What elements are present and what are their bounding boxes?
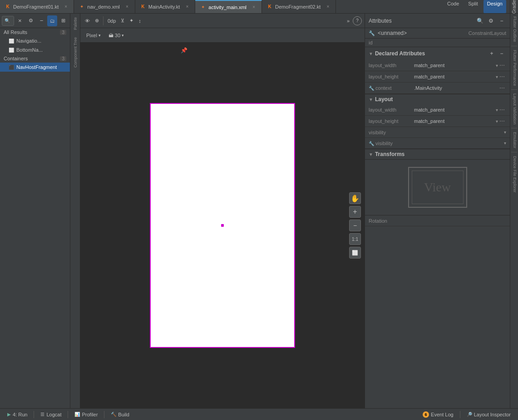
search-filter-btn[interactable]: 🗂 (47, 15, 57, 26)
tab-activity-main[interactable]: ✦ activity_main.xml × (195, 0, 262, 13)
magnet-btn[interactable]: ⊕ (93, 15, 101, 26)
eye-btn[interactable]: 👁 (83, 15, 92, 26)
layout-section-header[interactable]: ▼ Layout (365, 94, 510, 104)
margin-btn[interactable]: 0dp (106, 15, 118, 26)
attr-search-btn[interactable]: 🔍 (475, 16, 484, 25)
more-icon[interactable]: ⋯ (498, 106, 506, 114)
tab-demofragment02[interactable]: K DemoFragment02.kt × (262, 0, 336, 13)
attr-minimize-btn[interactable]: − (497, 16, 506, 25)
attr-dropdown[interactable]: ▾ (414, 141, 506, 146)
tab-label: DemoFragment02.kt (275, 4, 321, 10)
pixel-label: Pixel (86, 33, 97, 38)
section-icons: + − (487, 49, 506, 58)
result-group-containers[interactable]: Containers 3 (0, 54, 70, 63)
layout-preview[interactable] (150, 103, 295, 348)
zoom-in-btn[interactable]: + (349, 206, 361, 218)
tab-close-btn[interactable]: × (325, 4, 331, 10)
gradle-side[interactable]: Gradle (510, 0, 518, 13)
attr-row-layout-width-declared[interactable]: layout_width match_parent ▾ ⋯ (365, 60, 510, 71)
zoom-out-btn[interactable]: − (349, 220, 361, 231)
flutter-performance-label[interactable]: Flutter Performance (510, 47, 518, 89)
layout-inspector-btn[interactable]: 🔎 Layout Inspector (463, 410, 514, 420)
search-clear-btn[interactable]: × (15, 15, 25, 26)
pan-tool-btn[interactable]: ✋ (349, 192, 361, 204)
result-group-all[interactable]: All Results 3 (0, 28, 70, 36)
more-icon[interactable]: ⋯ (498, 117, 506, 125)
logcat-btn[interactable]: ☰ Logcat (37, 410, 65, 420)
result-item-bottomnav[interactable]: ⬜ BottomNa... (0, 45, 70, 54)
fit-screen-btn[interactable]: 1:1 (349, 233, 361, 245)
tab-close-btn[interactable]: × (184, 4, 190, 10)
search-bar[interactable]: 🔍 (2, 16, 14, 26)
attr-row-layout-height[interactable]: layout_height match_parent ▾ ⋯ (365, 116, 510, 127)
attr-dropdown[interactable]: ▾ (414, 130, 506, 135)
profiler-btn[interactable]: 📊 Profiler (71, 410, 101, 420)
result-item-navigation[interactable]: ⬜ Navigatio... (0, 36, 70, 45)
tab-demofragment01[interactable]: K DemoFragment01.kt × (0, 0, 74, 13)
attr-row-layout-height-declared[interactable]: layout_height match_parent ▾ ⋯ (365, 71, 510, 83)
remove-attr-btn[interactable]: − (497, 49, 506, 58)
attr-dropdown[interactable]: match_parent ▾ (414, 63, 498, 68)
tab-code[interactable]: Code (444, 0, 463, 13)
more-icon[interactable]: ⋯ (498, 73, 506, 81)
search-results: All Results 3 ⬜ Navigatio... ⬜ BottomNa.… (0, 28, 70, 408)
search-minimize-btn[interactable]: − (37, 15, 47, 26)
more-btn[interactable]: » (345, 15, 351, 26)
palette-label[interactable]: Palette (73, 14, 78, 34)
emulator-label[interactable]: Emulator (510, 129, 518, 151)
result-item-navhostfragment[interactable]: ⬛ NavHostFragment (0, 63, 70, 72)
tab-mainactivity[interactable]: K MainActivity.kt × (135, 0, 195, 13)
attr-row-context[interactable]: 🔧 context .MainActivity ⋯ (365, 83, 510, 94)
flutter-outline-label[interactable]: Flutter Outline (510, 14, 518, 45)
center-area: 👁 ⊕ 0dp ⊻ ✦ ↕ » ? Pixel ▾ 🏔 30 ▾ (80, 14, 365, 408)
layout-validation-label[interactable]: Layout Validation (510, 91, 518, 127)
more-icon[interactable]: ⋯ (498, 84, 506, 92)
zoom-selector[interactable]: 🏔 30 ▾ (105, 30, 127, 41)
layout-inspector-label: Layout Inspector (474, 412, 511, 417)
divider (511, 89, 517, 90)
search-settings-btn[interactable]: ⚙ (26, 15, 36, 26)
view-preview-text: View (424, 180, 451, 195)
device-file-explorer-label[interactable]: Device File Explorer (510, 153, 518, 195)
tab-label: DemoFragment01.kt (13, 4, 59, 10)
pixel-selector[interactable]: Pixel ▾ (83, 30, 104, 41)
tab-nav-demo[interactable]: ✦ nav_demo.xml × (74, 0, 135, 13)
event-log-badge: 6 (423, 411, 429, 418)
transforms-section-header[interactable]: ▼ Transforms (365, 149, 510, 159)
help-btn[interactable]: ? (353, 16, 362, 25)
attr-row-visibility[interactable]: visibility ▾ (365, 127, 510, 138)
layout-title: Layout (375, 96, 506, 103)
canvas-area[interactable]: 📌 ✋ + − 1:1 ⬜ (80, 43, 365, 408)
event-log-btn[interactable]: 6 Event Log (419, 410, 457, 420)
build-btn[interactable]: 🔨 Build (107, 410, 133, 420)
attr-dropdown[interactable]: match_parent ▾ (414, 74, 498, 79)
tab-design[interactable]: Design (483, 0, 506, 13)
search-grid-btn[interactable]: ⊞ (58, 15, 68, 26)
component-tree-label[interactable]: Component Tree (73, 34, 78, 71)
arrows-btn[interactable]: ↕ (137, 15, 143, 26)
magic-btn[interactable]: ✦ (128, 15, 135, 26)
component-type: ConstraintLayout (469, 30, 506, 36)
more-icon[interactable]: ⋯ (498, 61, 506, 69)
attr-settings-btn[interactable]: ⚙ (486, 16, 495, 25)
wrench-icon: 🔧 (369, 30, 375, 36)
attr-row-layout-width[interactable]: layout_width match_parent ▾ ⋯ (365, 104, 510, 116)
divider (68, 411, 68, 418)
zoom-fit-btn[interactable]: ⬜ (349, 247, 361, 259)
attributes-header: Attributes 🔍 ⚙ − (365, 14, 510, 28)
zoom-value: 30 (115, 33, 120, 38)
divider (460, 411, 460, 418)
tab-close-btn[interactable]: × (63, 4, 69, 10)
declared-attributes-header[interactable]: ▼ Declared Attributes + − (365, 47, 510, 60)
attr-row-visibility2[interactable]: 🔧 visibility ▾ (365, 138, 510, 149)
add-attr-btn[interactable]: + (487, 49, 496, 58)
attr-dropdown[interactable]: match_parent ▾ (414, 118, 498, 124)
tab-close-btn[interactable]: × (251, 4, 257, 10)
attr-dropdown[interactable]: match_parent ▾ (414, 107, 498, 112)
tab-close-btn[interactable]: × (124, 4, 130, 10)
run-btn[interactable]: ▶ 4: Run (4, 410, 31, 420)
nav-icon: ⬜ (8, 47, 15, 53)
align-btn[interactable]: ⊻ (119, 15, 126, 26)
tab-split[interactable]: Split (464, 0, 481, 13)
attr-value: match_parent (414, 63, 496, 68)
